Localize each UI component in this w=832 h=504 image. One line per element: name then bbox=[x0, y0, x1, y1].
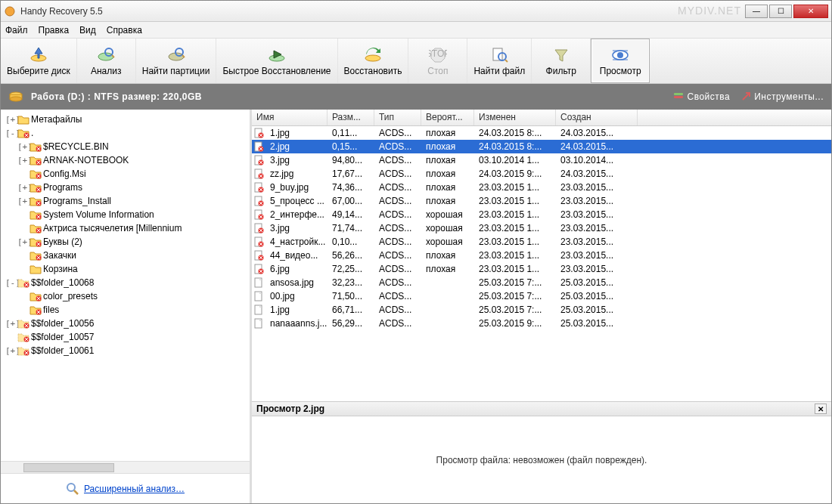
tree-twisty[interactable]: [+] bbox=[17, 156, 28, 165]
cell-size: 17,67... bbox=[328, 168, 374, 180]
table-row[interactable]: 2.jpg0,15...ACDS...плохая24.03.2015 8:..… bbox=[252, 140, 831, 153]
col-created[interactable]: Создан bbox=[556, 110, 638, 125]
tree-item[interactable]: [+]$$folder_10061 bbox=[4, 344, 250, 357]
file-icon bbox=[253, 182, 264, 193]
tree-item[interactable]: $$folder_10057 bbox=[4, 330, 250, 344]
file-icon bbox=[253, 141, 264, 152]
menu-edit[interactable]: Правка bbox=[39, 25, 70, 36]
table-row[interactable]: 5_процесс ...67,00...ACDS...плохая23.03.… bbox=[252, 194, 831, 208]
toolbar-label: Выберите диск bbox=[7, 66, 70, 76]
table-row[interactable]: 1.jpg66,71...ACDS...25.03.2015 7:...25.0… bbox=[252, 303, 831, 317]
table-row[interactable]: 1.jpg0,11...ACDS...плохая24.03.2015 8:..… bbox=[252, 126, 831, 140]
app-icon bbox=[4, 5, 16, 17]
tree-item[interactable]: Актриса тысячелетия [Millennium bbox=[4, 221, 250, 235]
drive-label: Работа (D:) : NTFS размер: 220,0GB bbox=[31, 91, 202, 102]
tree-item[interactable]: files bbox=[4, 303, 250, 317]
tree-item[interactable]: Закачки bbox=[4, 249, 250, 262]
cell-size: 56,26... bbox=[328, 249, 374, 261]
tree-item[interactable]: [+]Programs_Install bbox=[4, 194, 250, 208]
tree-twisty[interactable]: [+] bbox=[5, 115, 16, 125]
folder-icon bbox=[29, 209, 42, 221]
col-name[interactable]: Имя bbox=[252, 110, 328, 125]
tree-twisty[interactable]: [+] bbox=[17, 142, 28, 152]
menu-file[interactable]: Файл bbox=[5, 25, 28, 36]
col-modified[interactable]: Изменен bbox=[474, 110, 556, 125]
cell-name: ansosa.jpg bbox=[265, 277, 328, 289]
tree-label: $$folder_10068 bbox=[31, 277, 94, 288]
col-size[interactable]: Разм... bbox=[328, 110, 374, 125]
tree-twisty[interactable]: [+] bbox=[5, 319, 16, 329]
tree-item[interactable]: Config.Msi bbox=[4, 167, 250, 181]
table-row[interactable]: nanaaanns.j...56,29...ACDS...25.03.2015 … bbox=[252, 317, 831, 330]
folder-icon bbox=[29, 195, 42, 207]
tree-twisty[interactable]: [+] bbox=[5, 346, 16, 356]
minimize-button[interactable]: — bbox=[745, 5, 768, 18]
maximize-button[interactable]: ☐ bbox=[769, 5, 792, 18]
cell-probability bbox=[421, 282, 474, 283]
table-row[interactable]: 4_настройк...0,10...ACDS...хорошая23.03.… bbox=[252, 235, 831, 249]
table-row[interactable]: ansosa.jpg32,23...ACDS...25.03.2015 7:..… bbox=[252, 276, 831, 289]
titlebar[interactable]: Handy Recovery 5.5 MYDIV.NET — ☐ ✕ bbox=[1, 1, 831, 22]
tree-item[interactable]: [+]$RECYCLE.BIN bbox=[4, 140, 250, 153]
tree-label: $$folder_10061 bbox=[31, 345, 94, 356]
menu-view[interactable]: Вид bbox=[79, 25, 96, 36]
tree-item[interactable]: [+]Programs bbox=[4, 181, 250, 194]
tools-button[interactable]: Инструменты... bbox=[740, 91, 824, 102]
cell-modified: 23.03.2015 1... bbox=[474, 181, 556, 193]
cell-size: 72,25... bbox=[328, 263, 374, 275]
table-row[interactable]: 00.jpg71,50...ACDS...25.03.2015 7:...25.… bbox=[252, 289, 831, 303]
table-row[interactable]: 2_интерфе...49,14...ACDS...хорошая23.03.… bbox=[252, 208, 831, 221]
tree-item[interactable]: [-]$$folder_10068 bbox=[4, 276, 250, 289]
tree-twisty[interactable]: [+] bbox=[17, 237, 28, 247]
folder-icon bbox=[29, 168, 42, 180]
cell-type: ACDS... bbox=[374, 304, 421, 316]
toolbar-recover[interactable]: Восстановить bbox=[338, 39, 409, 83]
folder-tree[interactable]: [+]Метафайлы[-].[+]$RECYCLE.BIN[+]ARNAK-… bbox=[1, 110, 250, 461]
tree-item[interactable]: [+]Буквы (2) bbox=[4, 235, 250, 249]
tree-item[interactable]: [-]. bbox=[4, 126, 250, 140]
toolbar-quick-recovery[interactable]: Быстрое Восстановление bbox=[216, 39, 337, 83]
folder-icon bbox=[29, 141, 42, 153]
properties-button[interactable]: Свойства bbox=[673, 91, 730, 102]
table-row[interactable]: 9_buy.jpg74,36...ACDS...плохая23.03.2015… bbox=[252, 181, 831, 194]
preview-close-button[interactable]: ✕ bbox=[815, 404, 827, 414]
tree-item[interactable]: [+]ARNAK-NOTEBOOK bbox=[4, 153, 250, 167]
tree-item[interactable]: color_presets bbox=[4, 289, 250, 303]
tree-item[interactable]: [+]$$folder_10056 bbox=[4, 317, 250, 330]
table-row[interactable]: 6.jpg72,25...ACDS...плохая23.03.2015 1..… bbox=[252, 262, 831, 276]
table-row[interactable]: 3.jpg94,80...ACDS...плохая03.10.2014 1..… bbox=[252, 153, 831, 167]
cell-created: 25.03.2015... bbox=[556, 304, 638, 316]
toolbar-find-file[interactable]: Найти файл bbox=[467, 39, 532, 83]
toolbar-select-disk[interactable]: Выберите диск bbox=[1, 39, 77, 83]
cell-size: 0,10... bbox=[328, 236, 374, 248]
tree-hscrollbar[interactable] bbox=[1, 461, 250, 473]
file-icon bbox=[253, 264, 264, 274]
stop-icon: STOP bbox=[429, 46, 447, 64]
close-button[interactable]: ✕ bbox=[793, 5, 828, 18]
table-row[interactable]: 3.jpg71,74...ACDS...хорошая23.03.2015 1.… bbox=[252, 221, 831, 235]
menu-help[interactable]: Справка bbox=[107, 25, 142, 36]
tree-twisty[interactable]: [-] bbox=[5, 278, 16, 288]
tree-twisty[interactable]: [-] bbox=[5, 128, 16, 138]
toolbar-label: Анализ bbox=[91, 66, 122, 76]
tree-twisty[interactable]: [+] bbox=[17, 196, 28, 206]
table-row[interactable]: zz.jpg17,67...ACDS...плохая24.03.2015 9:… bbox=[252, 167, 831, 181]
file-pane: Имя Разм... Тип Вероят... Изменен Создан… bbox=[252, 110, 831, 503]
toolbar-find-partitions[interactable]: Найти партиции bbox=[136, 39, 217, 83]
tree-twisty[interactable]: [+] bbox=[17, 183, 28, 193]
tree-item[interactable]: Корзина bbox=[4, 262, 250, 276]
extended-analysis-link[interactable]: Расширенный анализ… bbox=[66, 482, 185, 496]
tree-label: $RECYCLE.BIN bbox=[43, 141, 109, 152]
toolbar-filter[interactable]: Фильтр bbox=[532, 39, 591, 83]
cell-probability: хорошая bbox=[421, 209, 474, 221]
file-grid-body[interactable]: 1.jpg0,11...ACDS...плохая24.03.2015 8:..… bbox=[252, 126, 831, 401]
col-type[interactable]: Тип bbox=[374, 110, 421, 125]
tree-item[interactable]: System Volume Information bbox=[4, 208, 250, 221]
toolbar-preview[interactable]: Просмотр bbox=[591, 39, 650, 83]
svg-text:STOP: STOP bbox=[429, 48, 447, 59]
toolbar-analyze[interactable]: Анализ bbox=[77, 39, 136, 83]
table-row[interactable]: 44_видео...56,26...ACDS...плохая23.03.20… bbox=[252, 249, 831, 262]
tree-item[interactable]: [+]Метафайлы bbox=[4, 113, 250, 126]
col-probability[interactable]: Вероят... bbox=[421, 110, 474, 125]
toolbar-label: Стоп bbox=[427, 66, 448, 76]
